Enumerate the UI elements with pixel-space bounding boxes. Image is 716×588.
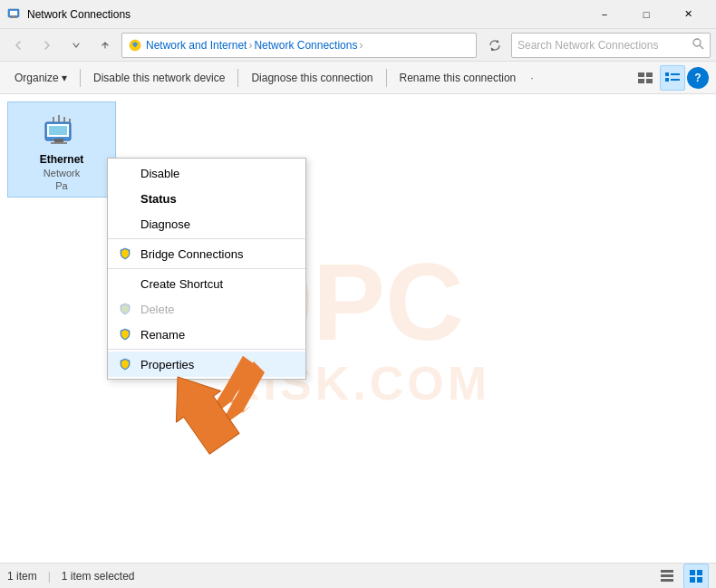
- search-box[interactable]: Search Network Connections: [511, 33, 711, 58]
- title-bar: Network Connections − □ ✕: [0, 0, 716, 29]
- svg-rect-13: [671, 73, 680, 75]
- close-button[interactable]: ✕: [667, 0, 709, 29]
- minimize-button[interactable]: −: [584, 0, 625, 29]
- window-icon: [7, 5, 22, 23]
- svg-rect-28: [661, 574, 673, 577]
- recent-locations-button[interactable]: [63, 33, 89, 58]
- ethernet-icon: [40, 108, 83, 151]
- breadcrumb-network[interactable]: Network and Internet: [146, 39, 247, 52]
- toolbar-separator-1: [80, 69, 81, 87]
- svg-rect-14: [671, 79, 680, 81]
- svg-rect-22: [63, 117, 65, 122]
- ctx-properties-shield-icon: [117, 356, 133, 372]
- status-selected: 1 item selected: [62, 570, 135, 583]
- view-toggle-button[interactable]: [633, 65, 658, 91]
- ctx-disable-label: Disable: [140, 167, 179, 180]
- svg-rect-3: [10, 17, 17, 18]
- svg-rect-11: [665, 72, 669, 76]
- ctx-rename-label: Rename: [140, 328, 185, 342]
- forward-button[interactable]: [34, 33, 60, 58]
- breadcrumb-sep2: ›: [359, 39, 363, 52]
- svg-rect-23: [69, 119, 71, 122]
- search-icon: [692, 37, 704, 53]
- status-sep: |: [48, 570, 51, 583]
- toolbar-view-icons: ?: [633, 65, 709, 91]
- breadcrumb-sep1: ›: [248, 39, 252, 52]
- ctx-delete[interactable]: Delete: [108, 296, 305, 322]
- status-view-details[interactable]: [683, 564, 709, 589]
- svg-rect-17: [49, 126, 67, 135]
- toolbar-separator-2: [237, 69, 238, 87]
- svg-rect-30: [690, 570, 695, 575]
- ctx-bridge-shield-icon: [117, 246, 133, 262]
- svg-rect-12: [665, 78, 669, 82]
- svg-line-6: [700, 45, 703, 49]
- ctx-sep-3: [108, 349, 305, 350]
- status-view-list[interactable]: [654, 564, 680, 589]
- toolbar-separator-3: [386, 69, 387, 87]
- svg-rect-31: [697, 570, 702, 575]
- ctx-delete-shield-icon: [117, 301, 133, 317]
- toolbar-dot: ·: [527, 71, 537, 84]
- svg-rect-33: [697, 577, 702, 583]
- ethernet-label: Ethernet: [40, 153, 84, 166]
- svg-rect-18: [54, 139, 63, 142]
- back-button[interactable]: [5, 33, 31, 58]
- window-controls: − □ ✕: [584, 0, 709, 29]
- ctx-disable[interactable]: Disable: [108, 160, 305, 186]
- ctx-delete-label: Delete: [140, 303, 175, 316]
- ctx-properties-label: Properties: [140, 358, 194, 371]
- disable-network-button[interactable]: Disable this network device: [86, 65, 232, 91]
- status-count: 1 item: [7, 570, 37, 583]
- breadcrumb-connections[interactable]: Network Connections: [254, 39, 357, 52]
- ctx-diagnose-label: Diagnose: [140, 217, 190, 231]
- svg-rect-19: [51, 142, 67, 144]
- svg-rect-1: [10, 11, 17, 15]
- up-button[interactable]: [92, 33, 118, 58]
- svg-rect-32: [690, 577, 695, 583]
- ctx-diagnose[interactable]: Diagnose: [108, 211, 305, 236]
- window-title: Network Connections: [27, 8, 584, 21]
- ctx-properties[interactable]: Properties: [108, 352, 305, 377]
- svg-rect-27: [661, 570, 673, 573]
- ctx-status-label: Status: [140, 192, 177, 206]
- svg-rect-29: [661, 579, 673, 582]
- ctx-rename-shield-icon: [117, 326, 133, 342]
- ctx-shortcut[interactable]: Create Shortcut: [108, 271, 305, 296]
- status-view-icons: [654, 564, 709, 589]
- svg-rect-20: [53, 117, 54, 122]
- diagnose-button[interactable]: Diagnose this connection: [244, 65, 380, 91]
- ctx-shortcut-label: Create Shortcut: [140, 277, 223, 291]
- view-list-button[interactable]: [660, 65, 685, 91]
- svg-rect-2: [12, 15, 15, 17]
- maximize-button[interactable]: □: [625, 0, 667, 29]
- ctx-bridge[interactable]: Bridge Connections: [108, 241, 305, 266]
- ctx-bridge-label: Bridge Connections: [140, 247, 243, 261]
- ctx-sep-2: [108, 268, 305, 269]
- status-bar: 1 item | 1 item selected: [0, 563, 716, 588]
- svg-rect-7: [638, 72, 644, 77]
- help-button[interactable]: ?: [687, 67, 709, 89]
- ctx-status[interactable]: Status: [108, 186, 305, 211]
- ethernet-item[interactable]: Ethernet Network Pa: [7, 101, 116, 198]
- ethernet-sublabel: Network: [44, 168, 80, 178]
- breadcrumb[interactable]: Network and Internet › Network Connectio…: [121, 33, 477, 58]
- search-placeholder: Search Network Connections: [518, 39, 658, 52]
- svg-rect-21: [58, 115, 60, 122]
- svg-rect-9: [638, 79, 644, 83]
- main-content: 9PC RISK.COM Ethernet Network Pa Disable…: [0, 94, 716, 563]
- svg-rect-10: [646, 79, 653, 83]
- ctx-sep-1: [108, 238, 305, 239]
- address-bar: Network and Internet › Network Connectio…: [0, 29, 716, 62]
- ctx-rename[interactable]: Rename: [108, 322, 305, 347]
- toolbar: Organize ▾ Disable this network device D…: [0, 62, 716, 94]
- organize-button[interactable]: Organize ▾: [7, 65, 74, 91]
- rename-button[interactable]: Rename this connection: [392, 65, 524, 91]
- refresh-button[interactable]: [482, 33, 508, 58]
- ethernet-sub2: Pa: [55, 180, 67, 191]
- context-menu: Disable Status Diagnose Bridge Connectio…: [107, 158, 306, 380]
- svg-rect-8: [646, 72, 653, 77]
- svg-point-5: [693, 39, 701, 46]
